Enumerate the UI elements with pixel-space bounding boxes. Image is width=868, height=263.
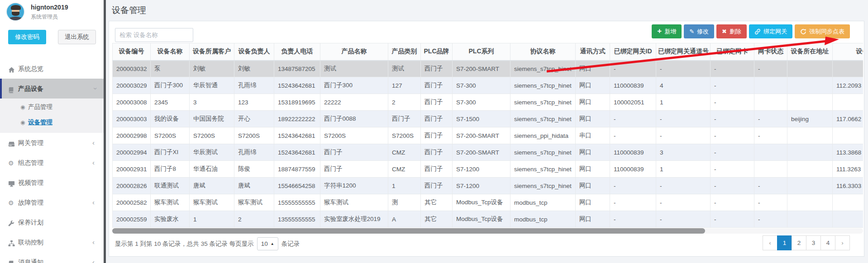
sidebar-divider [104,0,106,263]
table-cell: 测 [388,194,421,211]
bullseye-icon: ◉ [20,99,28,115]
chevron-left-icon: ‹ [92,193,95,212]
avatar-hair [11,5,21,10]
column-header[interactable]: 产品类别 [388,43,421,61]
toolbar-button-3[interactable]: 绑定网关 [749,24,792,38]
toolbar-button-0[interactable]: +新增 [652,24,682,38]
table-row[interactable]: 200002582猴车测试猴车测试猴车测试15555555555猴车测试测其它M… [113,194,863,211]
table-cell: - [711,61,754,77]
table-cell: Modbus_Tcp设备 [453,194,510,211]
column-header[interactable]: 设备名称 [151,43,190,61]
table-cell: - [656,127,711,144]
table-cell: 117.0662 [833,111,863,127]
table-cell: - [610,211,656,228]
column-header[interactable]: 负责人电话 [274,43,320,61]
page-button-3[interactable]: 3 [806,235,821,250]
table-row[interactable]: 200002826联通测试唐斌唐斌15546654258字符串12001西门子S… [113,178,863,194]
sidebar-subitem-1[interactable]: ◉设备管理 [0,115,104,130]
table-cell: 华辰智通 [190,77,234,94]
sidebar-item-1[interactable]: 产品设备‹ [0,79,104,99]
avatar-shirt [9,17,23,21]
toolbar-button-2[interactable]: ✖删除 [716,24,747,38]
table-row[interactable]: 200002994西门子XI华辰测试孔雨绵15243642681西门子CMZ西门… [113,144,863,161]
sidebar-item-6[interactable]: 保养计划 [0,212,104,232]
sidebar-item-label: 故障管理 [18,199,43,206]
table-cell: 测试 [388,61,421,77]
column-header[interactable]: 设备负责人 [234,43,274,61]
table-cell: 3 [190,94,234,111]
table-cell: siemens_s7tcp_hinet [510,144,576,161]
table-row[interactable]: 200003003我的设备中国国务院开心18922222222西门子0088西门… [113,111,863,127]
table-cell: - [656,61,711,77]
page-size-select[interactable]: 10 ▲ [257,237,278,250]
records-summary: 显示第 1 到第 10 条记录，总共 35 条记录 每页显示 [115,240,254,248]
table-row[interactable]: 2000030082345312315318919695222222西门子S7-… [113,94,863,111]
column-header[interactable]: 设备所在地址 [787,43,833,61]
table-cell: 200002582 [113,194,151,211]
table-cell: modbus_tcp [510,211,576,228]
table-cell: 200002826 [113,178,151,194]
table-row[interactable]: 200003032泵刘敏刘敏13487587205测试测试西门子S7-200-S… [113,61,863,77]
column-header[interactable]: 通讯方式 [576,43,610,61]
table-cell: 网口 [576,94,610,111]
change-password-button[interactable]: 修改密码 [8,30,46,44]
table-cell: 111.3263 [833,161,863,178]
table-row[interactable]: 200002931西门子8华通石油陈俊18874877559西门子CMZ西门子S… [113,161,863,178]
table-cell: - [711,111,754,127]
column-header[interactable]: 协议名称 [510,43,576,61]
table-cell: - [656,111,711,127]
table-cell: 西门子 [421,127,453,144]
column-header[interactable]: 已绑定网关ID [610,43,656,61]
column-header[interactable]: 已绑定网关通道号 [656,43,711,61]
table-cell [754,94,787,111]
sidebar-item-4[interactable]: 视频管理 [0,173,104,193]
table-cell: 西门子 [388,111,421,127]
page-button-4[interactable]: 4 [820,235,835,250]
column-header[interactable]: 已绑定网卡 [711,43,754,61]
page-next-button[interactable]: › [835,235,850,250]
avatar[interactable] [6,2,25,21]
toolbar-button-1[interactable]: ✎修改 [684,24,714,38]
column-header[interactable]: 设备所属客户 [190,43,234,61]
sidebar-item-3[interactable]: ⚙组态管理‹ [0,153,104,173]
column-header[interactable]: 设备经度 [833,43,863,61]
table-cell: 唐斌 [190,178,234,194]
table-cell: 110000839 [610,77,656,94]
table-cell: 200003003 [113,111,151,127]
column-header[interactable]: PLC品牌 [421,43,453,61]
table-cell: 我的设备 [151,111,190,127]
chevron-left-icon: ‹ [92,232,95,252]
sidebar-subitem-0[interactable]: ◉产品管理 [0,99,104,115]
table-cell: 2 [388,94,421,111]
sidebar-item-0[interactable]: 系统总览 [0,59,104,79]
gateway-icon [8,133,18,153]
logout-button[interactable]: 退出系统 [58,30,96,44]
book-icon [8,253,18,263]
table-cell: A [388,211,421,228]
table-row[interactable]: 200002998S7200SS7200SS7200S15243642681S7… [113,127,863,144]
column-header[interactable]: 设备编号 [113,43,151,61]
table-cell: 刘敏 [234,61,274,77]
table-row[interactable]: 200002559实验废水1213555555555实验室废水处理2019A其它… [113,211,863,228]
table-cell: 110000839 [610,161,656,178]
sidebar-item-8[interactable]: 消息通知‹ [0,252,104,263]
table-cell: 西门子 [421,178,453,194]
page-button-2[interactable]: 2 [792,235,806,250]
table-cell: 西门子 [320,161,388,178]
column-header[interactable]: 产品名称 [320,43,388,61]
table-cell: 西门子 [421,144,453,161]
search-input[interactable] [115,28,193,42]
table-cell: 1 [190,211,234,228]
column-header[interactable]: 网卡状态 [754,43,787,61]
sidebar-item-5[interactable]: ⚙故障管理‹ [0,193,104,212]
toolbar-button-4[interactable]: 强制同步点表 [795,24,850,38]
sidebar-item-2[interactable]: 网关管理‹ [0,133,104,153]
horizontal-scrollbar-thumb[interactable] [112,228,705,234]
device-table-wrap: 设备编号设备名称设备所属客户设备负责人负责人电话产品名称产品类别PLC品牌PLC… [112,43,863,228]
page-button-1[interactable]: 1 [777,235,792,250]
table-cell: 100002051 [610,94,656,111]
table-row[interactable]: 200003029西门子300华辰智通孔雨绵15243642681西门子3001… [113,77,863,94]
sidebar-item-7[interactable]: 联动控制‹ [0,232,104,252]
page-prev-button[interactable]: ‹ [763,235,777,250]
column-header[interactable]: PLC系列 [453,43,510,61]
